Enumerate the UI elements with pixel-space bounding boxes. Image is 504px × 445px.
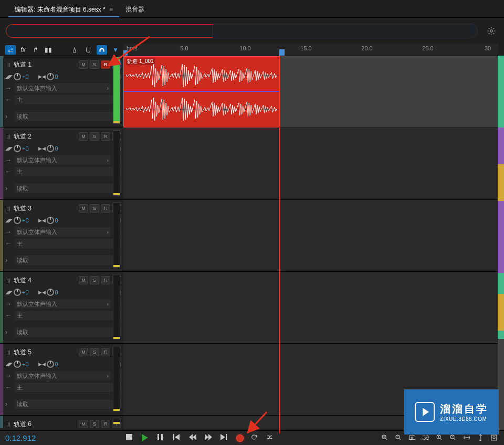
zoom-h-all-button[interactable] <box>463 434 471 442</box>
tool-marker[interactable]: ▼ <box>110 45 121 55</box>
volume-knob[interactable]: ◢◤ +0 <box>5 361 29 368</box>
automation-toggle[interactable]: › <box>5 257 13 264</box>
input-select[interactable]: 默认立体声输入› <box>15 371 111 380</box>
solo-button[interactable]: S <box>90 348 99 356</box>
volume-knob[interactable]: ◢◤ +0 <box>5 217 29 224</box>
track-lane[interactable] <box>123 199 504 271</box>
solo-button[interactable]: S <box>90 276 99 284</box>
automation-mode-select[interactable]: 读取⌄ <box>15 112 121 121</box>
automation-mode-select[interactable]: 读取⌄ <box>15 184 121 193</box>
solo-button[interactable]: S <box>90 132 99 141</box>
mute-button[interactable]: M <box>79 420 88 428</box>
output-select[interactable]: 主› <box>15 311 121 320</box>
zoom-out-h-button[interactable] <box>395 434 403 442</box>
track-grip-icon[interactable]: ⫼ <box>5 420 12 428</box>
search-input-highlighted[interactable] <box>6 24 213 38</box>
output-select[interactable]: 主› <box>15 239 121 248</box>
automation-mode-select[interactable]: 读取⌄ <box>15 327 121 337</box>
in-point-marker[interactable] <box>123 50 128 56</box>
color-strip-block[interactable] <box>498 164 504 201</box>
color-strip-block[interactable] <box>498 294 504 331</box>
ai-icon[interactable] <box>484 24 499 38</box>
solo-button[interactable]: S <box>90 204 99 213</box>
tool-inputs-outputs[interactable]: ⇄ <box>5 45 16 55</box>
tool-snap[interactable] <box>83 45 93 55</box>
prev-button[interactable] <box>189 434 197 442</box>
rewind-button[interactable] <box>173 434 182 442</box>
pan-knob[interactable]: ▶◀ 0 <box>38 361 58 368</box>
zoom-in-h-button[interactable] <box>381 434 390 442</box>
arm-record-button[interactable]: R <box>101 204 110 213</box>
input-select[interactable]: 默认立体声输入› <box>15 155 111 165</box>
search-box[interactable] <box>5 24 478 38</box>
automation-toggle[interactable]: › <box>5 185 13 192</box>
track-grip-icon[interactable]: ⫼ <box>5 277 12 284</box>
solo-button[interactable]: S <box>90 60 99 69</box>
track-name-label[interactable]: 轨道 6 <box>14 420 79 429</box>
pause-button[interactable] <box>158 434 166 442</box>
automation-mode-select[interactable]: 读取⌄ <box>15 399 121 409</box>
track-grip-icon[interactable]: ⫼ <box>5 133 12 140</box>
play-button[interactable] <box>142 434 150 442</box>
output-select[interactable]: 主› <box>15 167 121 176</box>
pan-knob[interactable]: ▶◀ 0 <box>38 217 58 224</box>
volume-knob[interactable]: ◢◤ +0 <box>5 73 29 80</box>
track-grip-icon[interactable]: ⫼ <box>5 61 12 68</box>
zoom-fit-button[interactable] <box>408 434 417 442</box>
track-grip-icon[interactable]: ⫼ <box>5 348 12 356</box>
zoom-reset-button[interactable] <box>490 434 499 442</box>
record-button[interactable] <box>236 435 244 442</box>
zoom-fit-sel-button[interactable] <box>422 434 430 442</box>
color-strip-block[interactable] <box>498 273 504 294</box>
input-select[interactable]: 默认立体声输入› <box>15 83 111 93</box>
track-lane[interactable] <box>123 271 504 343</box>
track-lane[interactable]: 轨道 1_001 <box>123 56 504 128</box>
tool-monitor[interactable] <box>97 45 107 55</box>
automation-mode-select[interactable]: 读取⌄ <box>15 256 121 265</box>
stop-button[interactable] <box>126 434 134 442</box>
zoom-v-all-button[interactable] <box>477 434 485 442</box>
zoom-in-v-button[interactable] <box>436 434 444 442</box>
color-strip-block[interactable] <box>498 331 504 339</box>
timeline-ruler[interactable]: hms 5.0 10.0 15.0 20.0 25.0 30 <box>123 44 499 56</box>
volume-knob[interactable]: ◢◤ +0 <box>5 145 29 152</box>
zoom-out-v-button[interactable] <box>449 434 458 442</box>
track-name-label[interactable]: 轨道 3 <box>14 204 79 213</box>
loop-button[interactable] <box>251 434 259 442</box>
audio-clip[interactable]: 轨道 1_001 <box>123 56 279 128</box>
track-name-label[interactable]: 轨道 4 <box>14 276 79 285</box>
mute-button[interactable]: M <box>79 132 88 141</box>
pan-knob[interactable]: ▶◀ 0 <box>38 73 58 80</box>
track-name-label[interactable]: 轨道 5 <box>14 348 79 357</box>
tool-eq[interactable]: ▮▮ <box>43 45 54 55</box>
tab-mixer[interactable]: 混音器 <box>119 0 151 17</box>
volume-knob[interactable]: ◢◤ +0 <box>5 289 29 296</box>
arm-record-button[interactable]: R <box>101 276 110 284</box>
output-select[interactable]: 主› <box>15 95 121 104</box>
tool-metronome[interactable] <box>69 45 80 55</box>
input-select[interactable]: 默认立体声输入› <box>15 227 111 237</box>
output-select[interactable]: 主› <box>15 383 121 392</box>
arm-record-button[interactable]: R <box>101 60 110 69</box>
tab-editor[interactable]: 编辑器: 未命名混音项目 6.sesx * ≡ <box>8 0 119 17</box>
automation-toggle[interactable]: › <box>5 400 13 408</box>
arm-record-button[interactable]: R <box>101 132 110 141</box>
mute-button[interactable]: M <box>79 204 88 213</box>
tool-fx[interactable]: fx <box>18 45 28 55</box>
timecode-display[interactable]: 0:12.912 <box>5 433 110 442</box>
color-strip-block[interactable] <box>498 56 504 128</box>
playhead-marker[interactable] <box>279 49 285 56</box>
mute-button[interactable]: M <box>79 276 88 284</box>
arm-record-button[interactable]: R <box>101 348 110 356</box>
input-select[interactable]: 默认立体声输入› <box>15 299 111 309</box>
track-lane[interactable] <box>123 128 504 199</box>
track-grip-icon[interactable]: ⫼ <box>5 205 12 212</box>
color-strip-block[interactable] <box>498 128 504 164</box>
track-name-label[interactable]: 轨道 2 <box>14 132 79 141</box>
track-name-label[interactable]: 轨道 1 <box>14 60 79 69</box>
playhead[interactable] <box>279 56 280 433</box>
color-strip-block[interactable] <box>498 201 504 273</box>
next-button[interactable] <box>205 434 213 442</box>
automation-toggle[interactable]: › <box>5 113 13 120</box>
mute-button[interactable]: M <box>79 348 88 356</box>
